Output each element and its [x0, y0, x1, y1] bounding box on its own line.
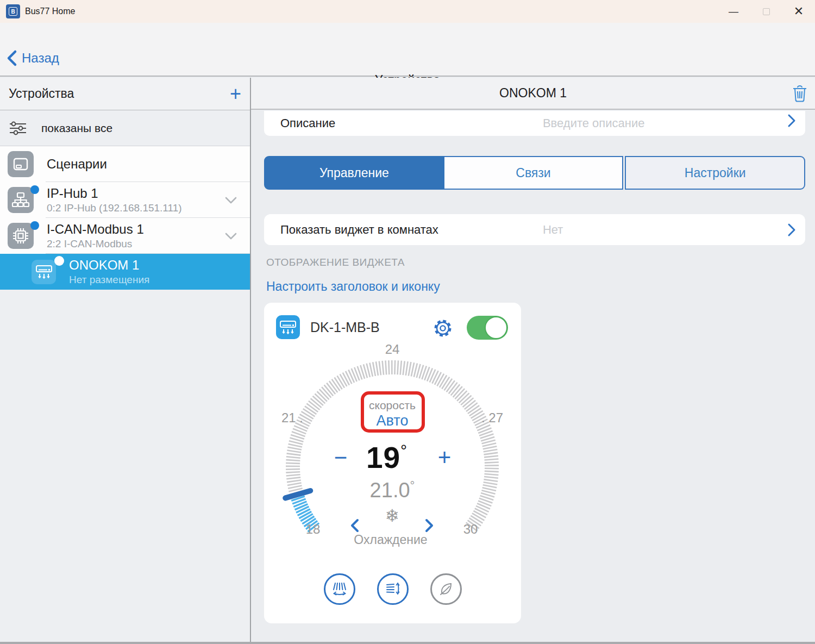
sidebar-item-scenarios[interactable]: Сценарии [0, 146, 250, 182]
folder-icon [8, 151, 34, 177]
chip-icon [8, 223, 34, 249]
eco-mode-button[interactable] [430, 573, 462, 605]
device-title: ONOKOM 1 [499, 86, 567, 101]
mode-label: Охлаждение [354, 533, 427, 547]
annotation-box [361, 391, 425, 433]
sidebar-title: Устройства [9, 86, 74, 101]
app-title: Bus77 Home [25, 7, 76, 16]
show-widget-row[interactable]: Показать виджет в комнатах Нет [264, 214, 805, 245]
ac-unit-icon [32, 260, 56, 284]
sidebar-item-ip-hub[interactable]: IP-Hub 1 0:2 IP-Hub (192.168.151.111) [0, 182, 250, 218]
close-button[interactable]: ✕ [782, 0, 815, 23]
fan-buttons-row [264, 573, 521, 605]
device-detail-panel: ONOKOM 1 Описание Введите описание [251, 78, 815, 642]
sidebar-header: Устройства + [0, 78, 250, 110]
window-titlebar: B Bus77 Home — ✕ [0, 0, 815, 23]
temp-increase-button[interactable]: + [438, 445, 452, 471]
temp-decrease-button[interactable]: − [334, 445, 348, 471]
item-title: Сценарии [47, 157, 107, 172]
filter-row[interactable]: показаны все [0, 110, 250, 146]
item-subtitle: 2:2 I-CAN-Modbus [47, 238, 144, 250]
tab-links[interactable]: Связи [444, 156, 624, 190]
tab-settings[interactable]: Настройки [625, 156, 805, 190]
dial-label-18: 18 [306, 522, 321, 537]
item-title: IP-Hub 1 [47, 186, 182, 201]
delete-device-button[interactable] [792, 84, 807, 103]
chevron-right-icon [787, 114, 797, 128]
sidebar-item-ican-modbus[interactable]: I-CAN-Modbus 1 2:2 I-CAN-Modbus [0, 218, 250, 254]
leaf-icon [436, 579, 456, 599]
dial-label-21: 21 . [281, 410, 303, 426]
filter-sliders-icon [9, 120, 27, 136]
thermostat-widget-card: DK-1-MB-B 24 21 . . 27 18 30 скор [264, 303, 521, 623]
dial-label-27: . 27 [481, 410, 503, 426]
show-widget-label: Показать виджет в комнатах [280, 223, 438, 237]
chevron-right-icon [787, 223, 797, 237]
hub-icon [8, 187, 34, 213]
chevron-down-icon[interactable] [224, 230, 238, 242]
mode-next-button[interactable] [424, 518, 434, 533]
device-scroll-area: Описание Введите описание Управление Свя… [251, 111, 815, 642]
tab-bar: Управление Связи Настройки [264, 156, 805, 190]
description-row[interactable]: Описание Введите описание [264, 111, 805, 136]
item-title: ONOKOM 1 [69, 258, 149, 273]
status-badge [30, 185, 39, 194]
dial-label-24: 24 [385, 342, 400, 357]
add-device-button[interactable]: + [230, 86, 241, 102]
chevron-down-icon[interactable] [224, 194, 238, 206]
status-badge [54, 256, 64, 266]
swing-vertical-icon [383, 579, 403, 599]
widget-display-section-label: ОТОБРАЖЕНИЕ ВИДЖЕТА [266, 257, 405, 268]
item-subtitle: 0:2 IP-Hub (192.168.151.111) [47, 202, 182, 214]
swing-horizontal-button[interactable] [324, 573, 355, 605]
back-button[interactable]: Назад [7, 49, 59, 67]
swing-horizontal-icon [330, 579, 349, 599]
app-logo-icon: B [6, 4, 20, 18]
show-widget-value: Нет [543, 223, 563, 237]
dial-label-30: 30 [463, 522, 478, 537]
item-subtitle: Нет размещения [69, 274, 149, 286]
mode-prev-button[interactable] [350, 518, 360, 533]
description-label: Описание [280, 116, 335, 130]
sidebar-item-onokom[interactable]: ONOKOM 1 Нет размещения [0, 254, 250, 290]
description-placeholder: Введите описание [543, 116, 645, 130]
maximize-icon [763, 8, 770, 15]
nav-bar: Назад Устройства [0, 23, 815, 77]
item-title: I-CAN-Modbus 1 [47, 222, 144, 237]
back-label: Назад [22, 51, 59, 66]
status-badge [30, 221, 39, 230]
swing-vertical-button[interactable] [377, 573, 409, 605]
filter-label: показаны все [41, 122, 112, 135]
window-bottom-edge [0, 642, 815, 644]
tab-control[interactable]: Управление [264, 156, 444, 190]
device-header: ONOKOM 1 [251, 78, 815, 110]
cooling-mode-icon: ❄ [385, 505, 400, 526]
current-temperature: 21.0° [370, 479, 415, 502]
back-chevron-icon [7, 49, 17, 67]
minimize-button[interactable]: — [717, 0, 750, 23]
devices-sidebar: Устройства + показаны все [0, 78, 251, 642]
maximize-button[interactable] [750, 0, 782, 23]
configure-title-icon-link[interactable]: Настроить заголовок и иконку [266, 279, 440, 294]
setpoint-temperature: 19° [366, 440, 408, 475]
